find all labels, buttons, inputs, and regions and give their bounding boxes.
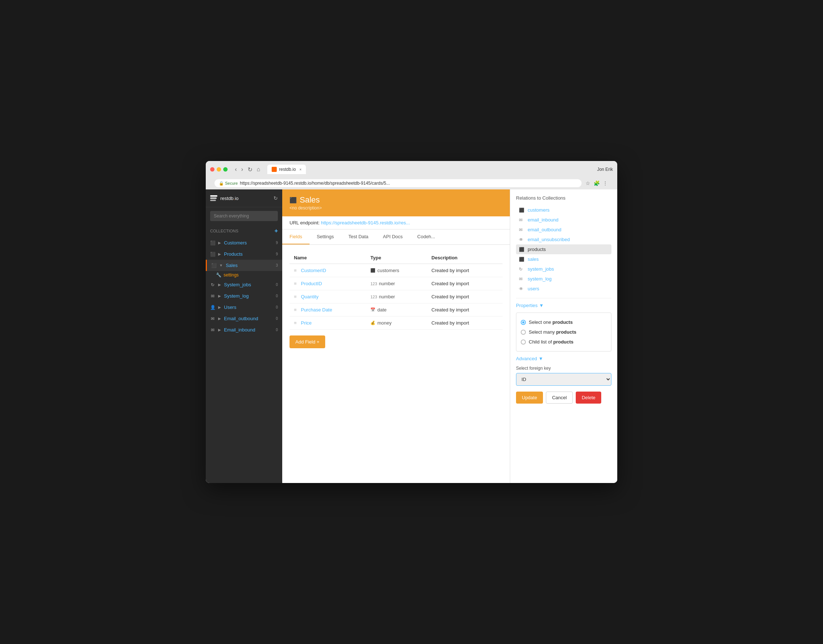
system-log-relation-icon: ✉ <box>519 276 525 282</box>
system-jobs-label: System_jobs <box>224 282 273 287</box>
radio-select-one[interactable]: Select one products <box>521 317 607 327</box>
relation-item-system-jobs[interactable]: ↻ system_jobs <box>516 264 612 274</box>
field-name-cell: ≡ CustomerID <box>290 264 366 277</box>
menu-icon[interactable]: ⋮ <box>602 180 608 187</box>
nav-email-inbound-top[interactable]: ✉ ▶ Email_inbound 0 <box>206 324 282 336</box>
drag-handle-icon[interactable]: ≡ <box>294 268 297 273</box>
nav-item-customers: ⬛ ▶ Customers 9 <box>206 237 282 248</box>
foreign-key-select[interactable]: ID <box>516 373 612 386</box>
tab-close-icon[interactable]: × <box>299 167 302 172</box>
field-name-link[interactable]: CustomerID <box>301 268 326 273</box>
browser-actions: ☆ 🧩 ⋮ <box>584 180 608 187</box>
radio-select-many-label: Select many products <box>529 329 576 335</box>
tab-fields[interactable]: Fields <box>282 230 310 244</box>
radio-child-list[interactable]: Child list of products <box>521 337 607 347</box>
relation-item-users[interactable]: 👁 users <box>516 284 612 294</box>
tabs-row: Fields Settings Test Data API Docs Codeh… <box>282 230 510 245</box>
nav-email-outbound-top[interactable]: ✉ ▶ Email_outbound 0 <box>206 313 282 324</box>
relations-title: Relations to Collections <box>516 195 612 201</box>
email-outbound-icon: ✉ <box>210 316 215 321</box>
nav-customers-top[interactable]: ⬛ ▶ Customers 9 <box>206 237 282 248</box>
sales-settings-item[interactable]: 🔧 settings <box>216 271 282 279</box>
type-icon: 📅 <box>370 307 375 312</box>
home-button[interactable]: ⌂ <box>255 166 262 174</box>
drag-handle-icon[interactable]: ≡ <box>294 307 297 313</box>
table-row: ≡ CustomerID ⬛ customers Created by impo… <box>290 264 503 277</box>
cancel-button[interactable]: Cancel <box>546 392 573 403</box>
update-button[interactable]: Update <box>516 392 543 403</box>
tab-api-docs[interactable]: API Docs <box>376 230 410 244</box>
field-name-link[interactable]: ProductID <box>301 281 322 286</box>
col-description: Description <box>427 252 503 264</box>
url-link[interactable]: https://spreadsheetdb-9145.restdb.io/res… <box>321 220 410 225</box>
radio-select-many-circle <box>521 330 526 335</box>
address-bar[interactable]: 🔒 Secure https://spreadsheetdb-9145.rest… <box>215 179 582 187</box>
relation-item-products[interactable]: ⬛ products <box>516 244 612 254</box>
tab-codehooks[interactable]: Codeh... <box>410 230 443 244</box>
logo-icon <box>210 195 218 201</box>
minimize-button[interactable] <box>217 167 221 172</box>
field-type: 123 number <box>370 294 423 299</box>
tab-favicon <box>272 167 277 172</box>
field-type: 💰 money <box>370 320 423 326</box>
field-name-link[interactable]: Purchase Date <box>301 307 332 313</box>
close-button[interactable] <box>210 167 215 172</box>
nav-system-log-top[interactable]: ✉ ▶ System_log 0 <box>206 290 282 302</box>
add-field-button[interactable]: Add Field + <box>290 336 325 348</box>
right-panel: Relations to Collections ⬛ customers ✉ e… <box>510 189 617 483</box>
field-type-cell: 123 number <box>366 290 427 304</box>
browser-tab[interactable]: restdb.io × <box>267 165 306 174</box>
fields-table: Name Type Description ≡ CustomerID <box>290 252 503 330</box>
field-name-link[interactable]: Quantity <box>301 294 318 299</box>
forward-button[interactable]: › <box>240 166 244 174</box>
back-button[interactable]: ‹ <box>233 166 238 174</box>
nav-sales-top[interactable]: ⬛ ▼ Sales 3 <box>206 260 282 271</box>
field-name-link[interactable]: Price <box>301 320 312 326</box>
field-desc-cell: Created by import <box>427 277 503 290</box>
advanced-label: Advanced <box>516 356 537 361</box>
radio-child-list-label: Child list of products <box>529 339 573 345</box>
properties-header[interactable]: Properties ▼ <box>516 303 612 308</box>
relation-item-email-unsubscribed[interactable]: 👁 email_unsubscribed <box>516 235 612 244</box>
nav-buttons: ‹ › ↻ ⌂ <box>233 166 262 174</box>
tab-label: restdb.io <box>279 167 296 172</box>
maximize-button[interactable] <box>223 167 228 172</box>
drag-handle-icon[interactable]: ≡ <box>294 281 297 286</box>
products-relation-label: products <box>528 247 546 252</box>
collections-label: Collections <box>210 229 239 233</box>
relation-item-email-inbound[interactable]: ✉ email_inbound <box>516 215 612 225</box>
collection-title-icon: ⬛ <box>290 197 297 204</box>
email-outbound-relation-label: email_outbound <box>528 227 561 232</box>
fields-table-body: ≡ CustomerID ⬛ customers Created by impo… <box>290 264 503 330</box>
relation-item-email-outbound[interactable]: ✉ email_outbound <box>516 225 612 235</box>
advanced-header[interactable]: Advanced ▼ <box>516 356 612 361</box>
relation-item-customers[interactable]: ⬛ customers <box>516 205 612 215</box>
relation-item-sales[interactable]: ⬛ sales <box>516 254 612 264</box>
tab-bar: restdb.io × <box>267 165 591 174</box>
relation-item-system-log[interactable]: ✉ system_log <box>516 274 612 284</box>
drag-handle-icon[interactable]: ≡ <box>294 294 297 299</box>
nav-system-jobs-top[interactable]: ↻ ▶ System_jobs 0 <box>206 279 282 290</box>
nav-products-top[interactable]: ⬛ ▶ Products 9 <box>206 248 282 260</box>
nav-users-top[interactable]: 👤 ▶ Users 0 <box>206 302 282 313</box>
extensions-icon[interactable]: 🧩 <box>593 180 600 187</box>
delete-button[interactable]: Delete <box>576 392 601 403</box>
email-inbound-label: Email_inbound <box>224 327 273 333</box>
advanced-toggle-icon: ▼ <box>539 356 543 361</box>
system-log-expand-icon: ▶ <box>218 294 221 298</box>
sidebar-refresh-icon[interactable]: ↻ <box>273 195 278 201</box>
add-collection-button[interactable]: + <box>274 228 278 234</box>
search-input[interactable] <box>210 211 278 221</box>
users-icon: 👤 <box>210 305 215 310</box>
sales-relation-label: sales <box>528 256 539 262</box>
radio-select-many[interactable]: Select many products <box>521 327 607 337</box>
tab-test-data[interactable]: Test Data <box>341 230 376 244</box>
refresh-button[interactable]: ↻ <box>246 166 254 174</box>
products-label: Products <box>224 251 273 257</box>
drag-handle-icon[interactable]: ≡ <box>294 320 297 326</box>
sidebar: restdb.io ↻ Collections + ⬛ ▶ Customers … <box>206 189 282 483</box>
radio-child-list-circle <box>521 339 526 345</box>
star-icon[interactable]: ☆ <box>584 180 591 187</box>
tab-settings[interactable]: Settings <box>310 230 341 244</box>
customers-expand-icon: ▶ <box>218 241 221 245</box>
